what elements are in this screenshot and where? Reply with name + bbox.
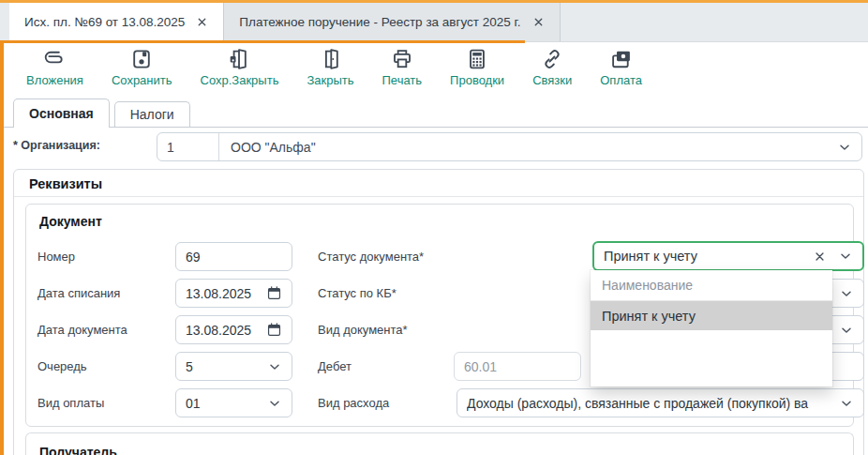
close-icon[interactable] — [196, 16, 208, 28]
expense-kind-label: Вид расхода — [318, 396, 389, 410]
payment-icon — [609, 47, 634, 71]
recipient-header: Получатель — [39, 445, 117, 455]
toolbar-button-label: Закрыть — [307, 73, 353, 87]
window-tab-label: Платежное поручение - Реестр за август 2… — [239, 15, 520, 29]
window-tabbar: Исх. пл. №69 от 13.08.2025 Платежное пор… — [0, 0, 868, 41]
document-date-input[interactable]: 13.08.2025 — [175, 315, 292, 344]
postings-button[interactable]: Проводки — [448, 45, 506, 89]
close-form-button[interactable]: Закрыть — [305, 45, 355, 89]
toolbar-button-label: Сохр.Закрыть — [201, 73, 279, 87]
number-input[interactable]: 69 — [175, 242, 292, 271]
calendar-icon[interactable] — [266, 285, 282, 301]
chevron-down-icon[interactable] — [837, 140, 852, 155]
payment-button[interactable]: Оплата — [598, 45, 644, 89]
queue-select[interactable]: 5 — [175, 352, 292, 381]
window-tab-register[interactable]: Платежное поручение - Реестр за август 2… — [223, 3, 560, 41]
tab-label: Налоги — [130, 107, 174, 122]
form-tabbar: Основная Налоги — [4, 96, 868, 128]
toolbar-button-label: Проводки — [450, 73, 504, 87]
expense-kind-combo[interactable]: Доходы (расходы), связанные с продажей (… — [456, 388, 864, 417]
tab-taxes[interactable]: Налоги — [114, 101, 190, 127]
organization-name: ООО "Альфа" — [219, 140, 831, 155]
save-and-close-button[interactable]: Сохр.Закрыть — [199, 45, 281, 89]
save-close-icon — [227, 47, 251, 71]
tab-main[interactable]: Основная — [13, 99, 110, 128]
chevron-down-icon[interactable] — [839, 323, 854, 338]
toolbar-button-label: Сохранить — [112, 73, 172, 87]
chevron-down-icon[interactable] — [839, 396, 854, 411]
write-off-date-label: Дата списания — [37, 286, 120, 300]
organization-code[interactable]: 1 — [157, 133, 219, 160]
close-icon[interactable] — [532, 16, 545, 28]
divider — [14, 196, 863, 197]
document-status-dropdown: Наименование Принят к учету — [591, 270, 832, 387]
organization-label: * Организация: — [13, 139, 100, 152]
toolbar-button-label: Связки — [532, 73, 572, 87]
dropdown-column-header: Наименование — [591, 270, 832, 301]
calendar-icon[interactable] — [266, 322, 282, 338]
attachments-button[interactable]: Вложения — [24, 45, 85, 89]
clear-icon[interactable] — [813, 250, 827, 264]
requisites-header: Реквизиты — [29, 176, 102, 191]
close-door-icon — [318, 47, 342, 71]
number-label: Номер — [37, 250, 75, 264]
payment-type-label: Вид оплаты — [37, 396, 104, 410]
toolbar: Вложения Сохранить Сохр.Закрыть Закрыть … — [4, 45, 864, 94]
window-tab-outgoing-payment[interactable]: Исх. пл. №69 от 13.08.2025 — [9, 3, 223, 41]
write-off-date-input[interactable]: 13.08.2025 — [175, 279, 292, 308]
debit-label: Дебет — [318, 359, 352, 373]
queue-label: Очередь — [37, 359, 87, 373]
calculator-icon — [465, 47, 489, 71]
orange-accent-line — [0, 40, 525, 43]
links-button[interactable]: Связки — [531, 45, 574, 89]
document-kind-label: Вид документа* — [318, 323, 408, 337]
recipient-group: Получатель — [25, 432, 854, 455]
document-status-combo[interactable]: Принят к учету — [592, 241, 864, 271]
toolbar-button-label: Печать — [382, 73, 422, 87]
print-button[interactable]: Печать — [380, 45, 424, 89]
document-status-label: Статус документа* — [318, 250, 424, 264]
payment-type-select[interactable]: 01 — [175, 388, 292, 417]
paperclip-icon — [42, 47, 67, 71]
app-window: Исх. пл. №69 от 13.08.2025 Платежное пор… — [0, 0, 868, 455]
chevron-down-icon[interactable] — [838, 249, 853, 264]
window-tab-label: Исх. пл. №69 от 13.08.2025 — [24, 15, 185, 29]
save-button[interactable]: Сохранить — [110, 45, 174, 89]
toolbar-button-label: Вложения — [26, 73, 83, 87]
save-icon — [129, 47, 154, 71]
toolbar-button-label: Оплата — [600, 73, 642, 87]
document-header: Документ — [39, 214, 102, 229]
dropdown-item[interactable]: Принят к учету — [591, 301, 832, 330]
chevron-down-icon[interactable] — [267, 396, 282, 411]
debit-input[interactable]: 60.01 — [454, 352, 581, 381]
chevron-down-icon[interactable] — [267, 359, 282, 374]
kb-status-label: Статус по КБ* — [318, 286, 397, 300]
document-date-label: Дата документа — [37, 323, 127, 337]
tab-label: Основная — [29, 106, 94, 121]
organization-combo[interactable]: 1 ООО "Альфа" — [157, 132, 862, 161]
chevron-down-icon[interactable] — [839, 286, 854, 301]
printer-icon — [390, 47, 414, 71]
chain-link-icon — [540, 47, 564, 71]
